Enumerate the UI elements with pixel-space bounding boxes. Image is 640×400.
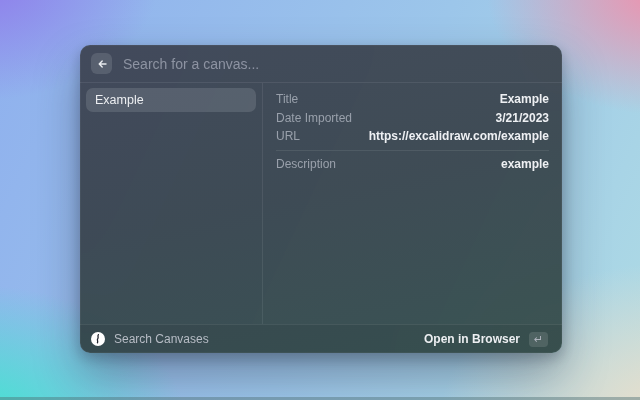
back-button[interactable] [91,53,112,74]
canvas-list: Example [80,83,263,324]
open-in-browser-button[interactable]: Open in Browser ↵ [421,330,551,349]
metadata-value: https://excalidraw.com/example [369,129,549,143]
detail-panel: Title Example Date Imported 3/21/2023 UR… [263,83,562,324]
metadata-value: 3/21/2023 [496,111,549,125]
metadata-row-date: Date Imported 3/21/2023 [276,109,549,128]
metadata-value: example [501,157,549,171]
back-arrow-icon [96,58,108,70]
launcher-window: Example Title Example Date Imported 3/21… [80,45,562,353]
metadata-label: Description [276,157,336,171]
metadata-label: Date Imported [276,111,352,125]
metadata-label: Title [276,92,298,106]
metadata-value: Example [500,92,549,106]
action-bar: Search Canvases Open in Browser ↵ [80,324,562,353]
command-name: Search Canvases [114,332,209,346]
enter-key-badge: ↵ [529,332,548,347]
primary-action-label: Open in Browser [424,332,520,346]
search-input[interactable] [123,56,551,72]
search-header [80,45,562,83]
list-item-example[interactable]: Example [86,88,256,112]
window-body: Example Title Example Date Imported 3/21… [80,83,562,324]
excalidraw-logo-icon [91,332,105,346]
command-identity: Search Canvases [91,332,209,346]
metadata-row-url: URL https://excalidraw.com/example [276,127,549,146]
desktop-background: Example Title Example Date Imported 3/21… [0,0,640,400]
metadata-divider [276,150,549,151]
metadata-row-title: Title Example [276,90,549,109]
metadata-row-description: Description example [276,155,549,174]
metadata-label: URL [276,129,300,143]
